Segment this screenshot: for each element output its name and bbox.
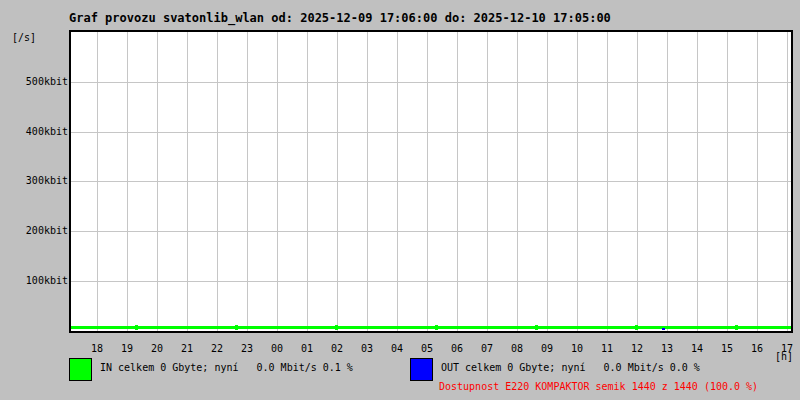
in-traffic-spike (735, 325, 738, 330)
x-tick-label: 01 (292, 343, 322, 355)
y-tick-label: 100kbit (8, 275, 68, 287)
x-tick-label: 16 (742, 343, 772, 355)
in-traffic-spike (635, 325, 638, 330)
x-tick-label: 12 (622, 343, 652, 355)
y-tick-label: 200kbit (8, 225, 68, 237)
x-tick-label: 04 (382, 343, 412, 355)
x-tick-label: 08 (502, 343, 532, 355)
x-axis-unit-label: [h] (775, 351, 793, 362)
x-tick-label: 14 (682, 343, 712, 355)
in-traffic-spike (235, 325, 238, 330)
x-tick-label: 18 (82, 343, 112, 355)
chart-plot-area (69, 30, 793, 333)
x-tick-label: 00 (262, 343, 292, 355)
x-tick-label: 20 (142, 343, 172, 355)
in-traffic-spike (535, 325, 538, 330)
x-tick-label: 07 (472, 343, 502, 355)
kbit-gridline (71, 132, 791, 133)
in-traffic-spike (435, 325, 438, 330)
x-tick-label: 02 (322, 343, 352, 355)
in-legend-swatch (69, 358, 92, 381)
y-axis-unit-label: [/s] (12, 32, 36, 43)
kbit-gridline (71, 82, 791, 83)
y-tick-label: 500kbit (8, 76, 68, 88)
x-tick-label: 21 (172, 343, 202, 355)
x-tick-label: 15 (712, 343, 742, 355)
x-tick-label: 22 (202, 343, 232, 355)
availability-label: Dostupnost E220 KOMPAKTOR semik 1440 z 1… (439, 381, 758, 392)
kbit-gridline (71, 281, 791, 282)
graph-title: Graf provozu svatonlib_wlan od: 2025-12-… (69, 11, 611, 25)
mrtg-traffic-graph-page: { "title": "Graf provozu svatonlib_wlan … (0, 0, 800, 400)
kbit-gridline (71, 231, 791, 232)
x-tick-label: 13 (652, 343, 682, 355)
out-legend-label: OUT celkem 0 Gbyte; nyní 0.0 Mbit/s 0.0 … (441, 362, 700, 374)
out-legend-swatch (410, 358, 433, 381)
in-traffic-line (71, 326, 791, 329)
kbit-gridline (71, 181, 791, 182)
y-tick-label: 400kbit (8, 126, 68, 138)
x-tick-label: 09 (532, 343, 562, 355)
x-tick-label: 11 (592, 343, 622, 355)
in-legend-label: IN celkem 0 Gbyte; nyní 0.0 Mbit/s 0.1 % (100, 362, 353, 374)
x-tick-label: 03 (352, 343, 382, 355)
x-tick-label: 05 (412, 343, 442, 355)
x-tick-label: 10 (562, 343, 592, 355)
x-tick-label: 23 (232, 343, 262, 355)
in-traffic-spike (335, 325, 338, 330)
out-traffic-dot (662, 328, 665, 330)
in-traffic-spike (135, 325, 138, 330)
y-tick-label: 300kbit (8, 175, 68, 187)
x-tick-label: 06 (442, 343, 472, 355)
x-tick-label: 19 (112, 343, 142, 355)
